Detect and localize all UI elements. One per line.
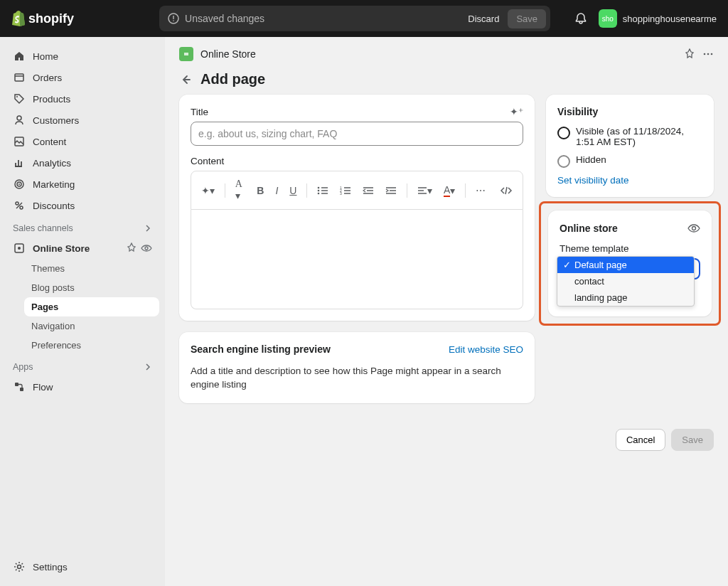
seo-card: Search engine listing preview Edit websi… xyxy=(179,332,535,403)
more-icon[interactable] xyxy=(702,48,714,60)
save-button-top: Save xyxy=(508,9,546,28)
underline-button[interactable]: U xyxy=(285,182,301,199)
content-label: Content xyxy=(191,156,224,166)
section-sales-channels[interactable]: Sales channels xyxy=(6,216,159,238)
magic-icon[interactable]: ✦⁺ xyxy=(510,106,523,117)
title-label: Title xyxy=(191,107,208,117)
user-menu[interactable]: sho shoppinghousenearme xyxy=(599,9,717,28)
user-badge: sho xyxy=(599,9,617,28)
nav-online-store[interactable]: Online Store xyxy=(6,238,159,259)
dropdown-option-default[interactable]: Default page xyxy=(557,257,694,273)
italic-button[interactable]: I xyxy=(271,182,282,199)
svg-rect-2 xyxy=(173,21,173,21)
nav-label: Orders xyxy=(33,73,62,83)
svg-point-13 xyxy=(18,247,21,250)
outdent-icon[interactable] xyxy=(358,183,378,198)
discounts-icon xyxy=(13,199,26,212)
nav-discounts[interactable]: Discounts xyxy=(6,195,159,216)
radio-label: Hidden xyxy=(576,154,606,165)
discard-button[interactable]: Discard xyxy=(459,9,508,28)
dropdown-option-landing[interactable]: landing page xyxy=(557,289,694,306)
svg-point-9 xyxy=(18,183,20,185)
code-view-icon[interactable] xyxy=(496,183,517,198)
subnav-blog-posts[interactable]: Blog posts xyxy=(24,278,159,297)
magic-dropdown-icon[interactable]: ✦▾ xyxy=(197,182,219,199)
topbar: shopify Unsaved changes Discard Save sho… xyxy=(0,0,728,37)
svg-rect-1 xyxy=(173,16,173,19)
back-arrow-icon[interactable] xyxy=(179,73,192,86)
svg-point-10 xyxy=(16,202,18,205)
save-button: Save xyxy=(671,429,714,451)
svg-point-28 xyxy=(692,227,696,230)
radio-icon xyxy=(557,127,570,139)
svg-point-19 xyxy=(704,53,706,55)
svg-point-22 xyxy=(318,186,320,188)
indent-icon[interactable] xyxy=(381,183,401,198)
svg-rect-3 xyxy=(15,74,23,81)
bullet-list-icon[interactable] xyxy=(313,183,333,198)
edit-seo-link[interactable]: Edit website SEO xyxy=(449,344,523,355)
align-dropdown[interactable]: ▾ xyxy=(413,182,437,199)
page-title: Add page xyxy=(200,71,265,87)
visibility-hidden-option[interactable]: Hidden xyxy=(557,154,702,168)
seo-description: Add a title and description to see how t… xyxy=(191,365,523,392)
section-apps[interactable]: Apps xyxy=(6,355,159,376)
nav-products[interactable]: Products xyxy=(6,88,159,110)
subnav-themes[interactable]: Themes xyxy=(24,259,159,278)
svg-point-14 xyxy=(145,247,148,250)
nav-label: Analytics xyxy=(33,158,71,169)
cancel-button[interactable]: Cancel xyxy=(616,429,665,451)
template-label: Theme template xyxy=(560,243,700,254)
number-list-icon[interactable]: 123 xyxy=(336,183,355,198)
pin-icon[interactable] xyxy=(127,243,136,252)
eye-icon[interactable] xyxy=(687,222,700,235)
nav-settings[interactable]: Settings xyxy=(6,556,159,577)
alert-icon xyxy=(168,13,179,24)
breadcrumb: Online Store xyxy=(200,48,256,60)
nav-flow[interactable]: Flow xyxy=(6,376,159,398)
visibility-heading: Visibility xyxy=(557,106,702,117)
svg-point-23 xyxy=(318,189,320,191)
pin-icon[interactable] xyxy=(684,48,695,60)
nav-customers[interactable]: Customers xyxy=(6,110,159,131)
marketing-icon xyxy=(13,178,26,191)
subnav-pages[interactable]: Pages xyxy=(24,297,159,316)
svg-point-21 xyxy=(711,53,713,55)
home-icon xyxy=(13,50,26,63)
svg-point-20 xyxy=(707,53,710,55)
text-color-dropdown[interactable]: A ▾ xyxy=(439,181,459,200)
shopify-logo[interactable]: shopify xyxy=(11,11,74,26)
eye-icon[interactable] xyxy=(141,243,152,254)
svg-point-17 xyxy=(18,565,21,569)
nav-label: Marketing xyxy=(33,179,75,190)
nav-orders[interactable]: Orders xyxy=(6,67,159,88)
analytics-icon xyxy=(13,156,26,169)
template-dropdown: Default page contact landing page xyxy=(557,256,695,307)
chevron-right-icon xyxy=(144,224,152,233)
more-tools-icon[interactable]: ⋯ xyxy=(471,182,490,199)
title-input[interactable] xyxy=(191,122,523,146)
brand-text: shopify xyxy=(28,11,74,26)
visibility-visible-option[interactable]: Visible (as of 11/18/2024, 1:51 AM EST) xyxy=(557,126,702,147)
content-editor[interactable] xyxy=(191,210,523,309)
subnav-preferences[interactable]: Preferences xyxy=(24,336,159,355)
bold-button[interactable]: B xyxy=(252,182,268,199)
nav-content[interactable]: Content xyxy=(6,131,159,152)
title-content-card: Title✦⁺ Content ✦▾ A ▾ B I U 123 xyxy=(179,95,535,321)
products-icon xyxy=(13,92,26,105)
set-visibility-date-link[interactable]: Set visibility date xyxy=(557,175,702,186)
svg-point-4 xyxy=(16,96,18,97)
nav-home[interactable]: Home xyxy=(6,46,159,67)
nav-label: Home xyxy=(33,51,58,62)
gear-icon xyxy=(13,560,26,573)
nav-marketing[interactable]: Marketing xyxy=(6,174,159,195)
svg-text:3: 3 xyxy=(340,191,342,196)
main-content: Online Store Add page Title✦⁺ Content ✦▾ xyxy=(165,37,728,586)
bell-icon[interactable] xyxy=(574,12,587,25)
template-select[interactable]: Default page contact landing page xyxy=(560,258,700,279)
nav-analytics[interactable]: Analytics xyxy=(6,152,159,174)
subnav-navigation[interactable]: Navigation xyxy=(24,316,159,336)
dropdown-option-contact[interactable]: contact xyxy=(557,273,694,289)
nav-label: Online Store xyxy=(33,243,90,254)
heading-dropdown[interactable]: A ▾ xyxy=(231,176,250,205)
